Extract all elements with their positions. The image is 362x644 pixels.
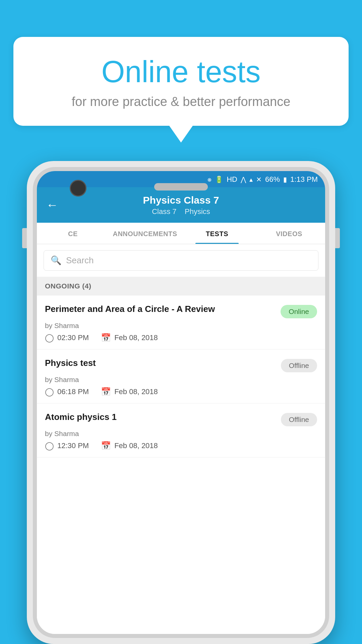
phone-screen: ⎈ 🔋 HD ⋀ ▴ ✕ 66% ▮ 1:13 PM ← Physics Cla… [37, 171, 325, 634]
phone-mockup: ⎈ 🔋 HD ⋀ ▴ ✕ 66% ▮ 1:13 PM ← Physics Cla… [27, 161, 335, 644]
test-item[interactable]: Perimeter and Area of a Circle - A Revie… [37, 296, 325, 350]
phone-inner: ⎈ 🔋 HD ⋀ ▴ ✕ 66% ▮ 1:13 PM ← Physics Cla… [33, 167, 329, 638]
date-meta: 📅 Feb 08, 2018 [101, 333, 158, 342]
camera [70, 180, 86, 197]
status-badge: Offline [281, 413, 317, 426]
test-author: by Sharma [45, 376, 317, 384]
time-meta: ◯ 06:18 PM [45, 387, 89, 396]
status-badge: Offline [281, 359, 317, 372]
speech-bubble-section: Online tests for more practice & better … [13, 37, 349, 143]
speech-bubble: Online tests for more practice & better … [13, 37, 349, 126]
wifi-icon: ⋀ [241, 175, 246, 183]
clock-icon: ◯ [45, 333, 54, 342]
bubble-subtitle: for more practice & better performance [34, 95, 328, 109]
power-button-right [335, 228, 340, 248]
time-text: 02:30 PM [57, 333, 89, 342]
date-text: Feb 08, 2018 [114, 387, 158, 396]
app-bar-title: Physics Class 7 [143, 195, 219, 206]
search-placeholder[interactable]: Search [66, 255, 94, 266]
test-item[interactable]: Physics test Offline by Sharma ◯ 06:18 P… [37, 350, 325, 404]
bluetooth-icon: ⎈ [207, 176, 212, 183]
tabs: CE ANNOUNCEMENTS TESTS VIDEOS [37, 223, 325, 244]
search-icon: 🔍 [51, 255, 61, 266]
test-title: Atomic physics 1 [45, 412, 117, 423]
test-title: Perimeter and Area of a Circle - A Revie… [45, 304, 215, 315]
time-meta: ◯ 12:30 PM [45, 441, 89, 450]
test-item-header: Physics test Offline [45, 358, 317, 372]
date-meta: 📅 Feb 08, 2018 [101, 441, 158, 450]
speech-bubble-tail [169, 126, 193, 143]
back-button[interactable]: ← [46, 198, 58, 212]
tab-ce[interactable]: CE [37, 223, 109, 244]
subtitle-subject: Physics [185, 207, 210, 216]
x-icon: ✕ [256, 175, 262, 183]
calendar-icon: 📅 [101, 387, 111, 396]
tab-tests[interactable]: TESTS [181, 223, 253, 244]
date-text: Feb 08, 2018 [114, 333, 158, 342]
test-item[interactable]: Atomic physics 1 Offline by Sharma ◯ 12:… [37, 404, 325, 458]
tab-videos[interactable]: VIDEOS [253, 223, 325, 244]
test-meta: ◯ 06:18 PM 📅 Feb 08, 2018 [45, 387, 317, 396]
bubble-title: Online tests [34, 55, 328, 89]
calendar-icon: 📅 [101, 333, 111, 342]
section-header: ONGOING (4) [37, 277, 325, 296]
speaker [154, 183, 208, 191]
test-item-header: Perimeter and Area of a Circle - A Revie… [45, 304, 317, 318]
status-badge: Online [281, 305, 317, 318]
battery-percent: 66% [265, 175, 280, 184]
time-meta: ◯ 02:30 PM [45, 333, 89, 342]
test-item-header: Atomic physics 1 Offline [45, 412, 317, 426]
test-title: Physics test [45, 358, 96, 369]
subtitle-class: Class 7 [152, 207, 176, 216]
test-meta: ◯ 02:30 PM 📅 Feb 08, 2018 [45, 333, 317, 342]
vibrate-icon: 🔋 [215, 175, 223, 183]
date-meta: 📅 Feb 08, 2018 [101, 387, 158, 396]
test-author: by Sharma [45, 430, 317, 438]
signal-icon: ▴ [249, 175, 253, 183]
search-bar[interactable]: 🔍 Search [44, 250, 318, 271]
volume-button-left [22, 228, 27, 248]
tab-announcements[interactable]: ANNOUNCEMENTS [109, 223, 181, 244]
clock-icon: ◯ [45, 441, 54, 450]
search-bar-wrapper: 🔍 Search [37, 244, 325, 277]
time-display: 1:13 PM [290, 175, 318, 184]
test-list: Perimeter and Area of a Circle - A Revie… [37, 296, 325, 634]
test-author: by Sharma [45, 322, 317, 330]
clock-icon: ◯ [45, 387, 54, 396]
app-bar-subtitle: Class 7 Physics [152, 207, 210, 216]
time-text: 12:30 PM [57, 441, 89, 450]
status-icons: ⎈ 🔋 HD ⋀ ▴ ✕ 66% ▮ 1:13 PM [207, 175, 318, 184]
phone-outer: ⎈ 🔋 HD ⋀ ▴ ✕ 66% ▮ 1:13 PM ← Physics Cla… [27, 161, 335, 644]
date-text: Feb 08, 2018 [114, 441, 158, 450]
calendar-icon: 📅 [101, 441, 111, 450]
time-text: 06:18 PM [57, 387, 89, 396]
hd-label: HD [227, 175, 237, 184]
battery-icon: ▮ [283, 175, 287, 183]
test-meta: ◯ 12:30 PM 📅 Feb 08, 2018 [45, 441, 317, 450]
